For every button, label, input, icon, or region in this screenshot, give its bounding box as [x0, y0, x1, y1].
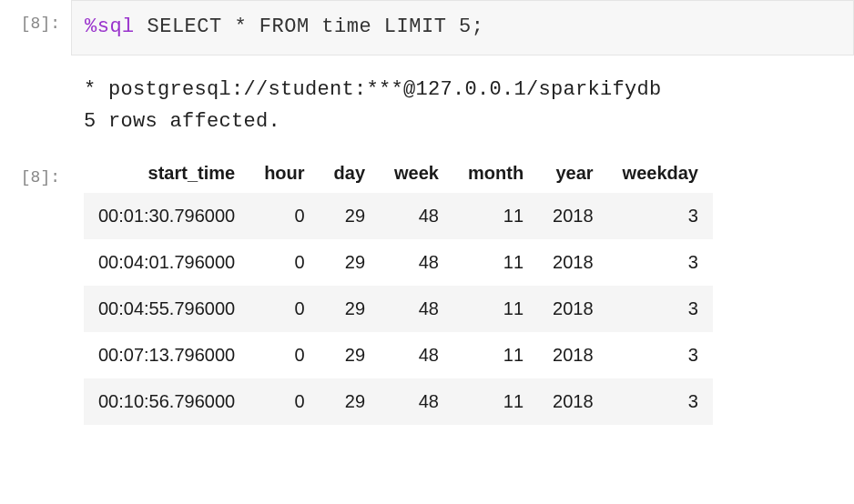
cell-weekday: 3 [608, 286, 713, 332]
cell-month: 11 [453, 239, 538, 286]
header-hour: hour [249, 154, 319, 193]
cell-week: 48 [380, 239, 453, 286]
cell-month: 11 [453, 378, 538, 425]
cell-week: 48 [380, 286, 453, 332]
header-start-time: start_time [84, 154, 249, 193]
table-row: 00:04:55.796000 0 29 48 11 2018 3 [84, 286, 713, 332]
cell-hour: 0 [249, 239, 319, 286]
sql-query: SELECT * FROM time LIMIT 5; [147, 15, 484, 38]
cell-week: 48 [380, 378, 453, 425]
table-row: 00:10:56.796000 0 29 48 11 2018 3 [84, 378, 713, 425]
cell-year: 2018 [538, 239, 608, 286]
cell-year: 2018 [538, 286, 608, 332]
text-output-inner: * postgresql://student:***@127.0.0.1/spa… [71, 74, 854, 137]
magic-command: %sql [85, 15, 135, 38]
cell-hour: 0 [249, 378, 319, 425]
cell-year: 2018 [538, 378, 608, 425]
connection-string: * postgresql://student:***@127.0.0.1/spa… [84, 74, 854, 106]
table-output-cell: [8]: start_time hour day week month year… [0, 154, 854, 425]
cell-day: 29 [320, 332, 380, 378]
table-header-row: start_time hour day week month year week… [84, 154, 713, 193]
cell-start-time: 00:07:13.796000 [84, 332, 249, 378]
code-input[interactable]: %sql SELECT * FROM time LIMIT 5; [71, 0, 854, 55]
cell-hour: 0 [249, 286, 319, 332]
input-cell: [8]: %sql SELECT * FROM time LIMIT 5; [0, 0, 854, 55]
cell-week: 48 [380, 193, 453, 239]
cell-day: 29 [320, 193, 380, 239]
cell-month: 11 [453, 286, 538, 332]
cell-hour: 0 [249, 332, 319, 378]
table-row: 00:07:13.796000 0 29 48 11 2018 3 [84, 332, 713, 378]
header-weekday: weekday [608, 154, 713, 193]
cell-weekday: 3 [608, 378, 713, 425]
table-row: 00:04:01.796000 0 29 48 11 2018 3 [84, 239, 713, 286]
cell-weekday: 3 [608, 193, 713, 239]
cell-day: 29 [320, 239, 380, 286]
cell-day: 29 [320, 378, 380, 425]
cell-hour: 0 [249, 193, 319, 239]
input-prompt: [8]: [0, 0, 71, 33]
cell-start-time: 00:04:55.796000 [84, 286, 249, 332]
output-prompt: [8]: [0, 154, 71, 186]
table-row: 00:01:30.796000 0 29 48 11 2018 3 [84, 193, 713, 239]
cell-start-time: 00:10:56.796000 [84, 378, 249, 425]
cell-month: 11 [453, 332, 538, 378]
text-output-cell: * postgresql://student:***@127.0.0.1/spa… [0, 74, 854, 137]
rows-affected: 5 rows affected. [84, 106, 854, 137]
cell-weekday: 3 [608, 239, 713, 286]
cell-week: 48 [380, 332, 453, 378]
cell-weekday: 3 [608, 332, 713, 378]
header-week: week [380, 154, 453, 193]
cell-year: 2018 [538, 332, 608, 378]
table-output-inner: start_time hour day week month year week… [71, 154, 854, 425]
cell-start-time: 00:04:01.796000 [84, 239, 249, 286]
result-table: start_time hour day week month year week… [84, 154, 713, 425]
cell-day: 29 [320, 286, 380, 332]
cell-start-time: 00:01:30.796000 [84, 193, 249, 239]
cell-month: 11 [453, 193, 538, 239]
cell-year: 2018 [538, 193, 608, 239]
header-day: day [320, 154, 380, 193]
header-year: year [538, 154, 608, 193]
header-month: month [453, 154, 538, 193]
